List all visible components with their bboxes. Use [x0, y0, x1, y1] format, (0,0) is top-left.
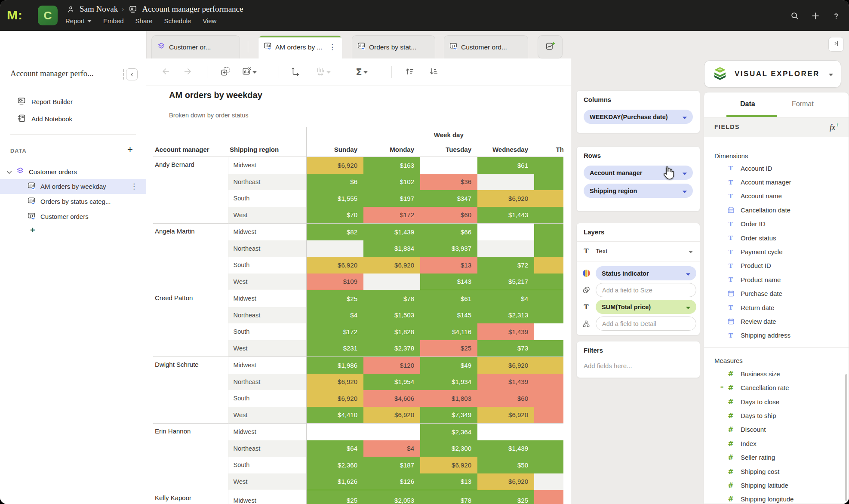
tab-customer-ord[interactable]: Customer ord... [444, 35, 528, 58]
sort-descending-button[interactable] [427, 65, 440, 79]
value-cell[interactable]: $126 [363, 473, 420, 490]
value-cell[interactable] [534, 323, 563, 340]
add-formula-button[interactable]: fx+ [830, 122, 839, 132]
chart-type-button[interactable] [313, 65, 333, 79]
remove-chart-button[interactable] [239, 65, 259, 79]
value-cell[interactable] [534, 157, 563, 174]
column-header-sunday[interactable]: Sunday [306, 142, 363, 157]
value-cell[interactable]: $6,920 [306, 390, 363, 407]
value-cell[interactable]: $6 [306, 174, 363, 191]
value-cell[interactable] [534, 240, 563, 257]
menu-item-schedule[interactable]: Schedule [164, 17, 191, 25]
value-cell[interactable]: $78 [420, 490, 477, 504]
value-cell[interactable]: $5,217 [477, 274, 534, 290]
measure-shipping-latitude[interactable]: #Shipping latitude [704, 478, 849, 492]
measure-shipping-longitude[interactable]: #Shipping longitude [704, 492, 849, 504]
column-header-thursday[interactable]: Thursday [534, 142, 563, 157]
column-header-tuesday[interactable]: Tuesday [420, 142, 477, 157]
value-cell[interactable]: $1,439 [363, 224, 420, 240]
value-cell[interactable]: $25 [477, 490, 534, 504]
value-cell[interactable] [477, 174, 534, 191]
value-cell[interactable] [534, 207, 563, 224]
text-pill-sum-total-price[interactable]: SUM(Total price) [596, 300, 696, 314]
value-cell[interactable]: $2,360 [306, 457, 363, 473]
value-cell[interactable]: $25 [306, 490, 363, 504]
value-cell[interactable]: $7,349 [420, 407, 477, 424]
tree-item-customer-orders[interactable]: Customer orders [0, 209, 146, 224]
value-cell[interactable]: $4,606 [363, 390, 420, 407]
value-cell[interactable]: $145 [420, 307, 477, 324]
collapse-sidebar-button[interactable] [123, 68, 138, 81]
value-cell[interactable] [477, 424, 534, 440]
dimension-shipping-address[interactable]: TShipping address [704, 329, 849, 342]
item-menu-dots-icon[interactable]: ⋮ [130, 182, 138, 191]
filters-placeholder[interactable]: Add fields here... [584, 362, 632, 369]
dimension-account-name[interactable]: TAccount name [704, 189, 849, 203]
value-cell[interactable] [306, 424, 363, 440]
expand-panel-button[interactable] [828, 37, 844, 52]
visual-explorer-button[interactable]: VISUAL EXPLORER [704, 60, 841, 88]
value-cell[interactable]: $82 [306, 224, 363, 240]
sidebar-item-add-notebook[interactable]: Add Notebook [0, 111, 146, 126]
value-cell[interactable] [534, 340, 563, 357]
value-cell[interactable] [534, 274, 563, 290]
sort-ascending-button[interactable] [403, 65, 416, 79]
dimension-cancellation-date[interactable]: Cancellation date [704, 203, 849, 217]
color-pill-status-indicator[interactable]: Status indicator [596, 266, 696, 280]
breadcrumb-user[interactable]: Sam Novak [80, 4, 118, 14]
tree-item-am-orders-by-weekday[interactable]: AM orders by weekday⋮ [0, 179, 146, 194]
value-cell[interactable] [534, 257, 563, 274]
value-cell[interactable] [534, 190, 563, 207]
add-chart-button[interactable] [218, 65, 232, 79]
value-cell[interactable]: $50 [477, 457, 534, 473]
measure-days-to-ship[interactable]: #Days to ship [704, 409, 849, 422]
value-cell[interactable]: $2,053 [363, 490, 420, 504]
value-cell[interactable] [534, 374, 563, 390]
value-cell[interactable]: $1,555 [306, 190, 363, 207]
value-cell[interactable]: $1,986 [306, 357, 363, 374]
measure-days-to-close[interactable]: #Days to close [704, 395, 849, 409]
value-cell[interactable]: $72 [477, 257, 534, 274]
column-header-shipping-region[interactable]: Shipping region [228, 142, 306, 157]
value-cell[interactable]: $73 [477, 340, 534, 357]
add-icon[interactable] [810, 11, 821, 21]
search-icon[interactable] [790, 11, 800, 21]
workspace-avatar[interactable]: C [38, 6, 58, 25]
value-cell[interactable] [477, 240, 534, 257]
value-cell[interactable] [534, 290, 563, 307]
chevron-down-icon[interactable] [7, 168, 12, 175]
value-cell[interactable]: $187 [363, 457, 420, 473]
value-cell[interactable] [363, 274, 420, 290]
value-cell[interactable]: $6,920 [420, 457, 477, 473]
value-cell[interactable]: $102 [363, 174, 420, 191]
dimension-purchase-date[interactable]: Purchase date [704, 287, 849, 301]
value-cell[interactable]: $6,920 [363, 407, 420, 424]
size-field-placeholder[interactable]: Add a field to Size [596, 283, 696, 297]
menu-item-share[interactable]: Share [135, 17, 153, 25]
rows-pill-account-manager[interactable]: Account manager [584, 166, 693, 180]
measure-discount[interactable]: #Discount [704, 423, 849, 436]
measure-cancellation-rate[interactable]: =#Cancellation rate [704, 381, 849, 394]
chevron-down-icon[interactable] [683, 187, 687, 194]
column-header-monday[interactable]: Monday [363, 142, 420, 157]
value-cell[interactable] [534, 457, 563, 473]
chevron-down-icon[interactable] [689, 247, 693, 255]
add-data-button[interactable]: + [127, 144, 133, 155]
tab-menu-dots-icon[interactable]: ⋮ [328, 43, 337, 52]
chart-subtitle[interactable]: Broken down by order status [169, 112, 249, 119]
value-cell[interactable]: $36 [420, 174, 477, 191]
value-cell[interactable]: $197 [363, 190, 420, 207]
value-cell[interactable] [534, 174, 563, 191]
measure-seller-rating[interactable]: #Seller rating [704, 450, 849, 464]
chevron-down-icon[interactable] [683, 169, 687, 176]
value-cell[interactable]: $6,920 [306, 157, 363, 174]
dimension-product-name[interactable]: TProduct name [704, 273, 849, 286]
value-cell[interactable] [420, 157, 477, 174]
dimension-payment-cycle[interactable]: TPayment cycle [704, 245, 849, 258]
value-cell[interactable]: $3,937 [420, 240, 477, 257]
columns-pill-weekday[interactable]: WEEKDAY(Purchase date) [584, 110, 693, 124]
value-cell[interactable]: $6,920 [477, 407, 534, 424]
swap-axes-button[interactable] [288, 65, 302, 79]
dimension-account-id[interactable]: TAccount ID [704, 161, 849, 175]
value-cell[interactable] [534, 473, 563, 490]
